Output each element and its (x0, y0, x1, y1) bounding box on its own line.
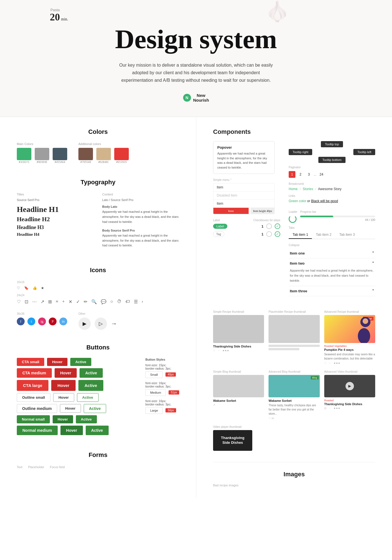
h2-sample: Headline H2 (17, 216, 94, 223)
recipe-cards-row-1: Simple Recipe thumbnail Thanksgiving Sid… (213, 310, 375, 365)
normal-hover-button[interactable]: Hover (53, 415, 73, 423)
size-small-label: Small (145, 371, 163, 378)
video-action-2[interactable]: ⋯ (329, 407, 331, 410)
h1-sample: Headline H1 (17, 205, 94, 214)
normal-active-button[interactable]: Active (76, 415, 97, 423)
check-circle-checked-2[interactable]: ✓ (275, 231, 280, 237)
video-player-label: Video player thumbnail (213, 425, 252, 428)
outline-medium-label: Outline medium (17, 404, 57, 413)
placeholder-bar-1 (269, 345, 319, 347)
tab-item-1[interactable]: Tab item 1 (289, 231, 312, 239)
size-small-badge: 40px (165, 372, 176, 377)
bad-recipe-label: Bad recipe images (213, 484, 375, 487)
action-icon-1[interactable]: ♡ (213, 349, 215, 352)
body-source-label: Body Source Serif Pro (102, 229, 179, 232)
normal-medium-button[interactable]: Normal medium (17, 426, 58, 435)
normal-med-active-button[interactable]: Active (86, 426, 109, 435)
icon-size-16-label: 16x16 (17, 281, 179, 284)
hover-large-button[interactable]: Hover (51, 380, 76, 391)
bc-home[interactable]: Home (289, 187, 298, 191)
blog-badge: Blog (311, 376, 319, 379)
loader-group: Loader (289, 207, 297, 223)
tooltip-bottom-button[interactable]: Tooltip bottom (318, 157, 345, 163)
bc-stories[interactable]: Stories (303, 187, 313, 191)
collapse-header-3[interactable]: Item three ˅ (289, 286, 375, 296)
placeholder-recipe-label: Placeholder Recipe thumbnail (269, 310, 319, 313)
active-large-button[interactable]: Active (78, 380, 103, 391)
link-green[interactable]: Green color (289, 199, 306, 203)
active-small-button[interactable]: Active (70, 358, 91, 366)
tab-item-3[interactable]: Tab item 3 (335, 231, 359, 239)
tab-item-2[interactable]: Tab item 2 (312, 231, 335, 239)
blog-action-1[interactable]: ↗ (213, 403, 215, 406)
play-alt-icon[interactable]: ▷ (95, 318, 107, 330)
simple-recipe-img (213, 315, 264, 343)
arrow-right-icon: → (111, 320, 117, 327)
video-action-1[interactable]: ⊡ (324, 407, 326, 410)
instagram-icon[interactable]: ig (38, 318, 46, 325)
titles-label: Titles (17, 193, 94, 196)
hover-small-button[interactable]: Hover (47, 358, 67, 366)
cta-small-button[interactable]: CTA small (17, 358, 44, 366)
adv-action-3: ★★★ (333, 362, 340, 365)
menu-item-1[interactable]: Item (213, 183, 274, 192)
size-large-label: Large (145, 407, 163, 414)
body-lato-text: Apparently we had reached a great height… (102, 209, 179, 224)
twitter-icon[interactable]: t (27, 318, 35, 325)
page-2[interactable]: 2 (297, 171, 304, 178)
comp-right-col: Tooltip top Tooltip right Tooltip left T… (289, 141, 375, 302)
advanced-video-title: Thanksgiving Side Dishes (324, 402, 375, 406)
video-player-row: Video player thumbnail ThanksgivingSide … (213, 425, 375, 451)
additional-colors-label: Additional colors (78, 142, 129, 146)
tooltip-right-button[interactable]: Tooltip right (289, 149, 312, 155)
check-circle-empty-2[interactable] (266, 231, 272, 237)
page-3[interactable]: 3 (305, 171, 312, 178)
outline-active-button[interactable]: Active (77, 393, 99, 402)
play-button-icon[interactable]: ▶ (78, 318, 91, 330)
btn-row-outline-small: Outline small Hover Active (17, 393, 131, 402)
size-large-badge: 56px (165, 408, 176, 412)
facebook-icon[interactable]: f (17, 318, 25, 325)
tooltip-top-button[interactable]: Tooltip top (321, 141, 343, 147)
main-layout: Colors Main Colors #3CB371 #9E9E9E (0, 117, 392, 498)
menu-item-2[interactable]: Item (213, 200, 274, 208)
outline-med-active-button[interactable]: Active (84, 404, 106, 413)
tooltip-left-button[interactable]: Tooltip left (353, 149, 375, 155)
hover-medium-button[interactable]: Hover (55, 368, 77, 378)
cta-large-button[interactable]: CTA large (17, 380, 48, 391)
equal-icon: ≡ (56, 299, 58, 304)
video-play-icon[interactable]: ▶ (346, 382, 354, 390)
icon-size-24-label: 24x24 (17, 294, 179, 297)
normal-small-button[interactable]: Normal small (17, 415, 50, 423)
buttons-title: Buttons (17, 344, 179, 351)
cta-medium-button[interactable]: CTA medium (17, 368, 52, 378)
collapse-header-1[interactable]: Item one ˅ (289, 248, 375, 258)
link-black[interactable]: Black will be good (311, 199, 338, 203)
adv-action-1[interactable]: ♡ (324, 362, 326, 365)
vk-icon[interactable]: in (59, 318, 67, 325)
content-label: Content (102, 193, 179, 196)
simple-recipe-label: Simple Recipe thumbnail (213, 310, 264, 313)
buttons-section: Buttons CTA small Hover Active CTA mediu… (17, 344, 179, 437)
button-styles-col: Button Styles font-size: 15px;border-rad… (140, 358, 179, 437)
check-circle-checked[interactable]: ✓ (275, 223, 280, 229)
collapse-header-2[interactable]: Item two ˄ (289, 258, 375, 268)
icon-social-group: 36x36 f t ig P in (17, 309, 67, 325)
collapse-section: Item one ˅ Item two ˄ Apparently we had … (289, 248, 375, 296)
card-illustration (350, 315, 372, 343)
active-medium-button[interactable]: Active (80, 368, 102, 378)
advanced-recipe-img: Badge (324, 315, 375, 343)
adv-action-2[interactable]: ⋯ (329, 362, 331, 365)
swatch-brown: #795548 (78, 148, 93, 164)
menu-item-fill[interactable]: Item (213, 208, 249, 214)
normal-med-hover-button[interactable]: Hover (60, 426, 83, 435)
size-medium-badge: 51px (169, 390, 179, 395)
share-icon: ↗ (41, 299, 44, 304)
action-icon-2[interactable]: ⋯ (218, 349, 220, 352)
page-24[interactable]: 24 (318, 171, 325, 178)
page-1[interactable]: 1 (289, 171, 295, 178)
pinterest-icon[interactable]: P (49, 318, 57, 325)
check-circle-empty[interactable] (266, 223, 272, 229)
collapse-title-3: Item three (290, 289, 307, 293)
hero-logo: N NewNourish (183, 93, 209, 102)
